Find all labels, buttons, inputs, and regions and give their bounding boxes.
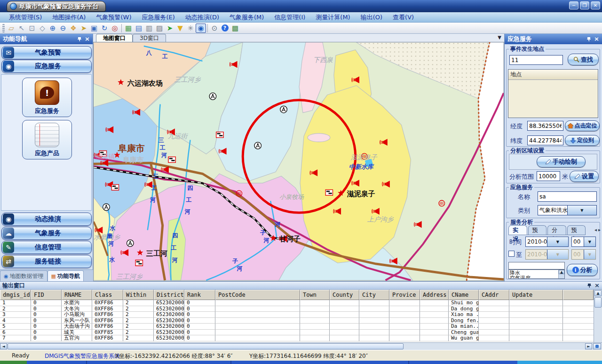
menu-item[interactable]: 应急服务(E): [136, 12, 180, 22]
column-header[interactable]: RNAME: [62, 290, 92, 300]
pan-icon[interactable]: ❖: [68, 24, 79, 33]
station-flag-icon[interactable]: [216, 132, 224, 138]
scroll-up-icon[interactable]: ▲: [559, 270, 564, 274]
factor-combo[interactable]: [508, 262, 565, 269]
hour-select[interactable]: 00▼: [571, 237, 596, 247]
output-horizontal-scrollbar[interactable]: ◄ ►: [0, 342, 602, 350]
station-flag-icon[interactable]: [135, 260, 143, 266]
scroll-up-icon[interactable]: ▲: [594, 290, 602, 296]
tab-地图数据管理[interactable]: ◉地图数据管理: [0, 270, 48, 281]
select-arrow-icon[interactable]: ↖: [16, 24, 27, 33]
snapshot-icon[interactable]: ▩: [230, 24, 240, 33]
pin-icon[interactable]: [587, 283, 592, 288]
toolbar-grip[interactable]: [2, 24, 5, 32]
menu-item[interactable]: 信息管理(I): [269, 12, 310, 22]
tab-实况[interactable]: 实况: [508, 225, 527, 235]
column-header[interactable]: Town: [300, 290, 330, 300]
green-pointer-icon[interactable]: ➤: [165, 24, 175, 33]
table-row[interactable]: 70五官沟0XFF8626523020000Wu guan gou: [0, 335, 594, 341]
column-header[interactable]: Class: [92, 290, 123, 300]
click-locate-button[interactable]: 点击定位: [565, 120, 600, 131]
survey-point-icon[interactable]: [127, 240, 134, 247]
factor-list[interactable]: 降水空气温度 ▲: [508, 269, 565, 279]
emergency-service-group[interactable]: ◉应急服务: [1, 60, 92, 73]
factor-item[interactable]: 空气温度: [510, 276, 563, 279]
output-table[interactable]: dmgis_idFIDRNAMEClassWithinDistrictRankP…: [0, 290, 594, 342]
minimize-button[interactable]: ─: [569, 1, 578, 9]
menu-item[interactable]: 动态推演(D): [180, 12, 224, 22]
chevron-down-icon[interactable]: ▼: [547, 237, 569, 246]
taskbar-tray-segment[interactable]: [517, 361, 602, 364]
table-row[interactable]: 50大面场子沟0XFF8626523020000Da mian...: [0, 324, 594, 330]
help-icon[interactable]: ?: [220, 24, 230, 33]
column-header[interactable]: CAddr: [479, 290, 509, 300]
taskbar-start-segment[interactable]: [0, 361, 27, 364]
scroll-right-icon[interactable]: ►: [585, 343, 592, 349]
map-canvas[interactable]: 六运湖农场三工河乡下西泉九运街阜康市城关镇阜康市滋泥泉子中新水库滋泥泉子小泉牧场…: [93, 42, 504, 281]
full-extent-icon[interactable]: ▣: [89, 24, 99, 33]
table-row[interactable]: 20大冬沟0XFF8626523020000Da dong gou: [0, 306, 594, 312]
select-polygon-icon[interactable]: ◇: [37, 24, 48, 33]
table-row[interactable]: 10水磨沟0XFF8626523020000Shui mo gou: [0, 300, 594, 306]
window-title-tab[interactable]: 阜康市气象预警应急服务平台: [7, 1, 106, 12]
manual-draw-button[interactable]: 手动绘制: [537, 156, 586, 167]
column-header[interactable]: dmgis_id: [0, 290, 31, 300]
service-name-input[interactable]: [538, 191, 597, 202]
shortcut-emergency-product[interactable]: 应急产品: [22, 120, 72, 159]
dynamic-deduction-group[interactable]: ◉动态推演: [1, 213, 92, 226]
longitude-input[interactable]: [527, 121, 563, 131]
weather-service-group[interactable]: ☁气象服务: [1, 227, 92, 240]
scroll-thumb[interactable]: [594, 297, 602, 308]
close-icon[interactable]: ×: [594, 283, 600, 288]
tab-预案[interactable]: 预案: [567, 225, 586, 235]
column-header[interactable]: FID: [31, 290, 62, 300]
find-button[interactable]: 查找: [568, 54, 599, 65]
pin-marker-icon[interactable]: ▼: [175, 24, 185, 33]
settings-gear-icon[interactable]: ✳: [185, 24, 196, 33]
tab-scroll-left-icon[interactable]: ◂: [594, 227, 597, 232]
survey-point-icon[interactable]: [103, 204, 110, 211]
close-button[interactable]: ✕: [591, 1, 600, 9]
scroll-left-icon[interactable]: ◄: [0, 343, 7, 349]
menu-item[interactable]: 系统管理(S): [4, 12, 47, 22]
survey-point-icon[interactable]: [280, 106, 287, 113]
map-window-dropdown-icon[interactable]: ▼: [498, 35, 501, 40]
zoom-in-icon[interactable]: ⊕: [48, 24, 58, 33]
pin-icon[interactable]: [586, 37, 591, 42]
scroll-thumb[interactable]: [8, 343, 404, 349]
menu-item[interactable]: 气象服务(M): [224, 12, 269, 22]
weather-warning-group[interactable]: ✉气象预警: [1, 46, 92, 59]
table-row[interactable]: 60城关0XFF8526523020000Cheng guan: [0, 330, 594, 336]
table-row[interactable]: 40东风一小队0XFF8626523020000Dong fen...: [0, 318, 594, 324]
pin-icon[interactable]: [77, 37, 82, 42]
column-header[interactable]: Rank: [184, 290, 215, 300]
location-list-header[interactable]: 地点: [508, 70, 598, 80]
refresh-icon[interactable]: ↻: [99, 24, 110, 33]
chevron-down-icon[interactable]: ▼: [567, 206, 597, 215]
to-checkbox[interactable]: [508, 251, 515, 257]
print-icon[interactable]: ▥: [144, 24, 154, 33]
column-header[interactable]: PostCode: [215, 290, 300, 300]
globe-service-icon[interactable]: ◉: [196, 24, 206, 33]
menu-item[interactable]: 查看(V): [388, 12, 419, 22]
image-export-icon[interactable]: ▤: [134, 24, 144, 33]
eye-icon[interactable]: ⊙: [209, 24, 220, 33]
print-preview-icon[interactable]: ▨: [154, 24, 165, 33]
tab-3D窗口[interactable]: 3D窗口: [133, 34, 166, 42]
station-flag-icon[interactable]: [111, 184, 119, 190]
column-header[interactable]: District: [154, 290, 184, 300]
close-icon[interactable]: ×: [85, 36, 90, 42]
menu-item[interactable]: 输出(O): [356, 12, 388, 22]
tab-scroll-right-icon[interactable]: ▸: [598, 227, 601, 232]
map-export-icon[interactable]: ▦: [123, 24, 134, 33]
table-row[interactable]: 30小马厩沟0XFF8626523020000Xiao ma ...: [0, 312, 594, 318]
column-header[interactable]: Within: [123, 290, 154, 300]
analysis-range-input[interactable]: [537, 171, 560, 181]
column-header[interactable]: CName: [449, 290, 479, 300]
survey-point-icon[interactable]: [254, 142, 261, 149]
set-range-button[interactable]: 设置: [570, 171, 599, 182]
measure-icon[interactable]: ▱: [6, 24, 16, 33]
tab-地图窗口[interactable]: 地图窗口: [96, 34, 133, 42]
restore-button[interactable]: ❐: [580, 1, 589, 9]
location-keyword-input[interactable]: [509, 55, 563, 65]
